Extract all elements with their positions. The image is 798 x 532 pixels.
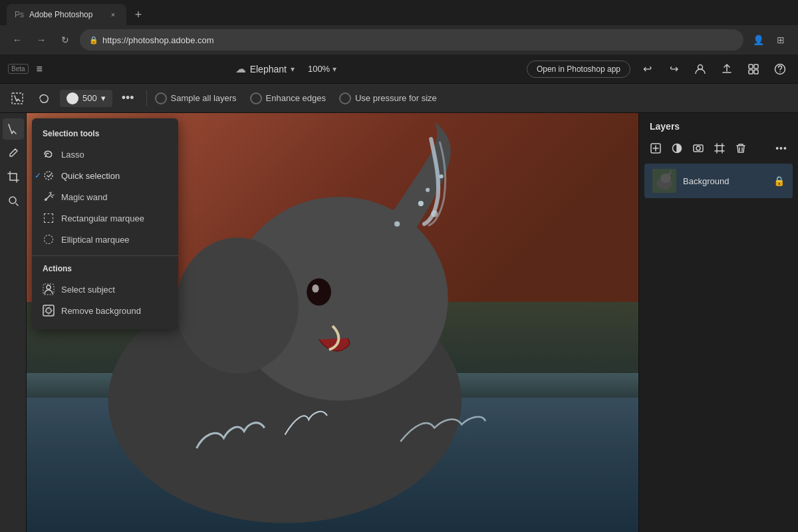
layer-mask-button[interactable] xyxy=(690,140,707,157)
pressure-size-option[interactable]: Use pressure for size xyxy=(339,92,437,104)
layer-thumb-svg xyxy=(652,169,676,193)
mask-icon xyxy=(693,143,704,154)
adjustment-layer-button[interactable] xyxy=(668,140,686,157)
svg-rect-7 xyxy=(12,93,23,104)
pressure-size-label: Use pressure for size xyxy=(355,93,437,103)
ellipse-marquee-icon xyxy=(43,233,55,245)
back-button[interactable]: ← xyxy=(8,31,27,49)
svg-point-14 xyxy=(418,201,424,206)
lasso-tool-button[interactable] xyxy=(33,88,55,109)
svg-point-15 xyxy=(426,188,430,192)
panel-title: Layers xyxy=(650,121,680,132)
more-options-button[interactable]: ••• xyxy=(118,88,138,108)
quick-selection-item[interactable]: ✓ Quick selection xyxy=(32,165,178,186)
plugins-button[interactable] xyxy=(743,59,763,79)
svg-point-28 xyxy=(696,146,700,150)
layers-panel: Layers xyxy=(638,113,798,532)
zoom-chevron-icon: ▾ xyxy=(332,65,336,74)
enhance-edges-label: Enhance edges xyxy=(266,93,326,103)
filename-chevron-icon: ▾ xyxy=(291,65,295,74)
help-icon xyxy=(774,63,786,75)
lasso-tool-icon xyxy=(43,148,55,160)
rect-marquee-label: Rectangular marquee xyxy=(61,213,144,223)
delete-layer-button[interactable] xyxy=(732,140,749,157)
dropdown-divider xyxy=(32,255,178,256)
address-input[interactable]: 🔒 https://photoshop.adobe.com xyxy=(80,29,743,51)
selection-tools-title: Selection tools xyxy=(32,126,178,144)
remove-background-label: Remove background xyxy=(61,306,141,316)
quick-selection-icon xyxy=(43,170,55,182)
check-mark-icon: ✓ xyxy=(35,171,41,180)
account-button[interactable] xyxy=(690,59,710,79)
svg-point-8 xyxy=(9,197,16,203)
enhance-edges-toggle[interactable] xyxy=(250,92,262,104)
refresh-button[interactable]: ↻ xyxy=(56,31,74,49)
adjustment-icon xyxy=(672,143,682,154)
layer-thumbnail xyxy=(652,169,676,193)
file-name-area[interactable]: ☁ Elephant ▾ xyxy=(235,63,295,75)
main-area: Selection tools Lasso ✓ xyxy=(0,113,798,532)
crop-tool-button[interactable] xyxy=(3,166,24,188)
lock-icon: 🔒 xyxy=(89,36,98,45)
actions-title: Actions xyxy=(32,261,178,279)
ellipse-marquee-item[interactable]: Elliptical marquee xyxy=(32,229,178,250)
svg-point-19 xyxy=(45,172,53,180)
brush-size-button[interactable]: 500 ▾ xyxy=(60,90,112,107)
layer-lock-icon: 🔒 xyxy=(773,176,785,186)
brush-size-value: 500 xyxy=(82,93,97,103)
artboard-button[interactable] xyxy=(711,140,728,157)
add-layer-button[interactable] xyxy=(647,140,664,157)
help-button[interactable] xyxy=(770,59,790,79)
magic-wand-item[interactable]: Magic wand xyxy=(32,186,178,207)
redo-button[interactable]: ↪ xyxy=(664,59,684,79)
magic-wand-label: Magic wand xyxy=(61,192,107,202)
undo-button[interactable]: ↩ xyxy=(637,59,657,79)
svg-rect-3 xyxy=(749,70,753,74)
lasso-tool-item[interactable]: Lasso xyxy=(32,144,178,165)
url-text: https://photoshop.adobe.com xyxy=(102,35,214,45)
share-button[interactable] xyxy=(717,59,737,79)
panel-header: Layers xyxy=(639,113,798,140)
enhance-edges-option[interactable]: Enhance edges xyxy=(250,92,326,104)
tab-title: Adobe Photoshop xyxy=(29,10,102,19)
browser-chrome: Ps Adobe Photoshop × + ← → ↻ 🔒 https://p… xyxy=(0,0,798,55)
brush-tool-button[interactable] xyxy=(3,142,24,164)
svg-point-12 xyxy=(307,279,331,306)
open-in-photoshop-button[interactable]: Open in Photoshop app xyxy=(527,61,630,78)
select-subject-label: Select subject xyxy=(61,285,115,295)
selection-tool-button[interactable] xyxy=(3,118,24,140)
address-bar-row: ← → ↻ 🔒 https://photoshop.adobe.com 👤 ⊞ xyxy=(0,25,798,55)
sample-all-layers-option[interactable]: Sample all layers xyxy=(155,92,237,104)
background-layer-item[interactable]: Background 🔒 xyxy=(644,164,793,198)
new-tab-button[interactable]: + xyxy=(129,5,148,24)
rect-marquee-item[interactable]: Rectangular marquee xyxy=(32,207,178,229)
panel-actions-row: ••• xyxy=(639,140,798,164)
forward-button[interactable]: → xyxy=(32,31,51,49)
object-selection-tool-button[interactable] xyxy=(7,88,28,109)
canvas-area[interactable]: Selection tools Lasso ✓ xyxy=(27,113,638,532)
sample-all-layers-label: Sample all layers xyxy=(171,93,237,103)
extensions-btn[interactable]: ⊞ xyxy=(771,31,790,49)
hamburger-button[interactable]: ≡ xyxy=(34,61,45,78)
zoom-area[interactable]: 100% ▾ xyxy=(308,64,336,74)
remove-background-item[interactable]: Remove background xyxy=(32,300,178,321)
app-header: Beta ≡ ☁ Elephant ▾ 100% ▾ Open in Photo… xyxy=(0,55,798,84)
sample-all-layers-toggle[interactable] xyxy=(155,92,167,104)
pressure-size-toggle[interactable] xyxy=(339,92,351,104)
zoom-tool-button[interactable] xyxy=(3,190,24,211)
active-tab[interactable]: Ps Adobe Photoshop × xyxy=(7,4,126,25)
tab-close-button[interactable]: × xyxy=(108,9,118,20)
brush-icon xyxy=(7,147,19,159)
rect-marquee-icon xyxy=(43,212,55,224)
remove-background-icon xyxy=(43,305,55,317)
object-selection-icon xyxy=(11,92,24,105)
account-icon xyxy=(694,63,706,75)
header-right: Open in Photoshop app ↩ ↪ xyxy=(527,59,790,79)
profile-btn[interactable]: 👤 xyxy=(749,31,767,49)
svg-rect-2 xyxy=(754,65,758,68)
ellipse-marquee-label: Elliptical marquee xyxy=(61,235,130,245)
select-subject-item[interactable]: Select subject xyxy=(32,279,178,300)
toolbar-separator xyxy=(146,90,147,106)
more-layers-button[interactable]: ••• xyxy=(773,140,790,157)
svg-rect-1 xyxy=(749,65,753,68)
